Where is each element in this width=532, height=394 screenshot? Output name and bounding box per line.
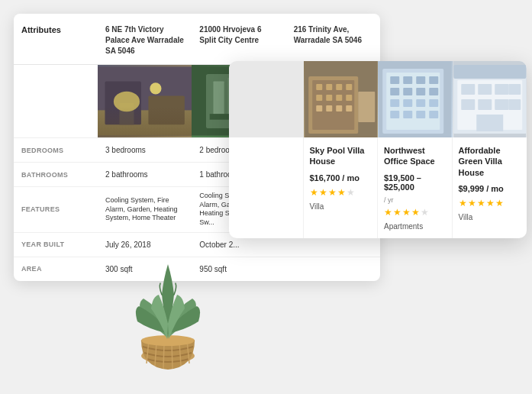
- svg-rect-45: [416, 88, 425, 95]
- star-3: ★: [402, 207, 411, 218]
- features-val1: Cooling System, Fire Alarm, Garden, Heat…: [98, 192, 192, 228]
- svg-rect-52: [403, 111, 412, 118]
- svg-rect-35: [358, 92, 375, 122]
- sky-pool-type: Villa: [310, 202, 372, 211]
- bathrooms-label: BATHROOMS: [14, 166, 98, 183]
- svg-rect-28: [326, 95, 332, 101]
- northwest-name: Northwest Office Space: [384, 145, 446, 167]
- svg-rect-65: [508, 99, 521, 110]
- star-4: ★: [486, 198, 495, 208]
- northwest-price: $19,500 – $25,000: [384, 173, 446, 192]
- svg-rect-64: [495, 99, 508, 110]
- svg-rect-34: [346, 105, 352, 111]
- bedrooms-val1: 3 bedrooms: [98, 140, 192, 160]
- area-val3: [286, 264, 380, 273]
- svg-rect-1: [98, 110, 192, 135]
- svg-rect-48: [403, 99, 412, 107]
- overlay-comparison-card: Sky Pool Villa House $16,700 / mo ★ ★ ★ …: [229, 61, 527, 238]
- area-label: AREA: [14, 260, 98, 277]
- svg-rect-23: [316, 84, 322, 90]
- svg-rect-40: [403, 76, 412, 84]
- svg-rect-59: [478, 84, 492, 95]
- ov-img-sky-pool: [304, 61, 379, 137]
- svg-rect-24: [326, 84, 332, 90]
- affordable-name: Affordable Green Villa House: [459, 145, 521, 178]
- ov-img-blank: [229, 61, 304, 137]
- bathrooms-val1: 2 bathrooms: [98, 165, 192, 184]
- ov-col-empty: [229, 137, 304, 238]
- svg-rect-32: [326, 105, 332, 111]
- svg-rect-27: [316, 95, 322, 101]
- svg-rect-54: [429, 111, 438, 118]
- svg-rect-39: [390, 76, 399, 84]
- year-built-label: YEAR BUILT: [14, 236, 98, 253]
- svg-rect-33: [336, 105, 342, 111]
- svg-rect-63: [478, 99, 492, 110]
- svg-rect-4: [119, 103, 134, 124]
- affordable-price: $9,999 / mo: [459, 184, 521, 193]
- svg-rect-67: [453, 65, 526, 79]
- svg-rect-51: [390, 111, 399, 118]
- ov-col-sky-pool: Sky Pool Villa House $16,700 / mo ★ ★ ★ …: [304, 137, 379, 238]
- overlay-data-cols: Sky Pool Villa House $16,700 / mo ★ ★ ★ …: [229, 137, 527, 238]
- svg-rect-25: [336, 84, 342, 90]
- sky-pool-name: Sky Pool Villa House: [310, 145, 372, 167]
- svg-rect-44: [403, 88, 412, 95]
- svg-rect-53: [416, 111, 425, 118]
- svg-rect-58: [461, 84, 475, 95]
- affordable-type: Villa: [459, 213, 521, 221]
- star-5: ★: [347, 187, 355, 198]
- ov-col-northwest: Northwest Office Space $19,500 – $25,000…: [378, 137, 453, 238]
- star-2: ★: [319, 187, 327, 198]
- star-1: ★: [310, 187, 318, 198]
- svg-rect-43: [390, 88, 399, 95]
- star-5: ★: [495, 198, 504, 208]
- svg-rect-50: [429, 99, 438, 107]
- year-built-val1: July 26, 2018: [98, 235, 192, 254]
- svg-line-71: [163, 344, 164, 369]
- star-3: ★: [328, 187, 337, 198]
- ov-img-northwest: [378, 61, 453, 137]
- svg-rect-29: [336, 95, 342, 101]
- northwest-price-sub: / yr: [384, 196, 446, 204]
- year-built-val3: [286, 240, 380, 249]
- scene: Attributes 6 NE 7th Victory Palace Ave W…: [0, 0, 532, 394]
- affordable-stars: ★ ★ ★ ★ ★: [459, 198, 521, 208]
- bedrooms-label: BEDROOMS: [14, 142, 98, 159]
- svg-rect-46: [429, 88, 438, 95]
- address1-header: 6 NE 7th Victory Palace Ave Warradale SA…: [98, 24, 192, 57]
- overlay-images-row: [229, 61, 527, 137]
- svg-rect-41: [416, 76, 425, 84]
- property-image-1: [98, 65, 192, 137]
- svg-rect-9: [214, 81, 224, 117]
- star-1: ★: [459, 198, 467, 208]
- star-3: ★: [477, 198, 485, 208]
- star-2: ★: [468, 198, 476, 208]
- svg-rect-61: [508, 84, 521, 95]
- svg-rect-31: [316, 105, 322, 111]
- svg-point-6: [150, 82, 161, 94]
- star-5: ★: [421, 207, 429, 218]
- svg-rect-49: [416, 99, 425, 107]
- northwest-type: Apartments: [384, 222, 446, 231]
- svg-rect-47: [390, 99, 399, 107]
- svg-point-5: [114, 92, 140, 112]
- sky-pool-price: $16,700 / mo: [310, 173, 372, 182]
- svg-rect-42: [429, 76, 438, 84]
- star-4: ★: [411, 207, 420, 218]
- sky-pool-stars: ★ ★ ★ ★ ★: [310, 187, 372, 198]
- address2-header: 21000 Hrvojeva 6 Split City Centre: [192, 24, 285, 57]
- svg-rect-62: [461, 99, 475, 110]
- svg-rect-3: [148, 95, 184, 124]
- star-2: ★: [393, 207, 401, 218]
- svg-rect-66: [476, 115, 503, 131]
- star-1: ★: [384, 207, 392, 218]
- northwest-stars: ★ ★ ★ ★ ★: [384, 207, 446, 218]
- ov-img-affordable: [453, 61, 527, 137]
- svg-rect-30: [346, 95, 352, 101]
- empty-cell: [14, 65, 98, 137]
- plant-decoration: [122, 257, 214, 379]
- attr-header: Attributes: [14, 24, 98, 57]
- ov-col-affordable: Affordable Green Villa House $9,999 / mo…: [453, 137, 527, 238]
- svg-rect-26: [346, 84, 352, 90]
